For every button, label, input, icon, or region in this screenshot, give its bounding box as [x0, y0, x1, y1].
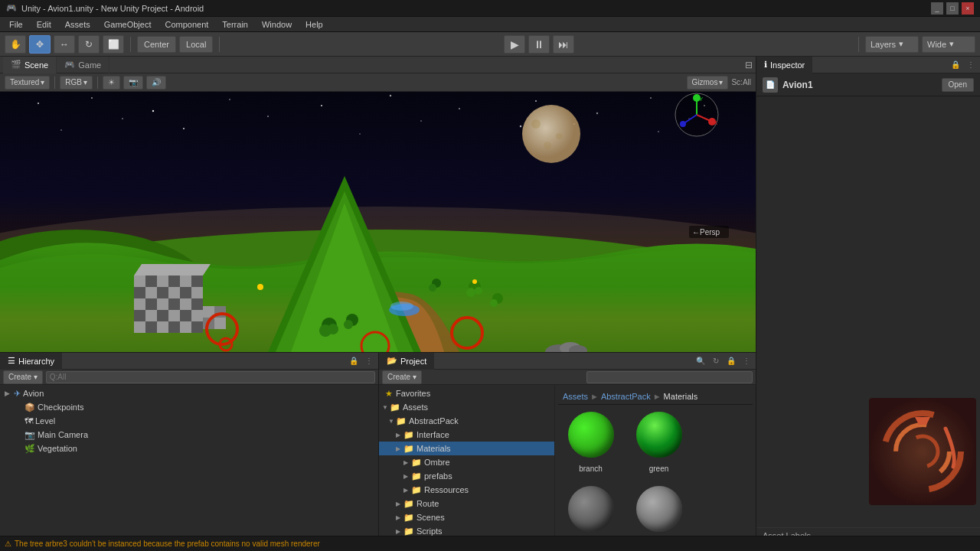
svg-point-17 — [60, 129, 62, 131]
tree-interface[interactable]: ▶ 📁 Interface — [379, 428, 554, 442]
asset-green[interactable]: green — [626, 405, 691, 476]
svg-point-90 — [472, 279, 477, 284]
inspector-open-button[interactable]: Open — [942, 78, 974, 92]
menu-file[interactable]: File — [3, 18, 29, 31]
svg-rect-51 — [191, 298, 203, 310]
tree-prefabs[interactable]: ▶ 📁 prefabs — [379, 469, 554, 483]
inspector-panel: ℹ Inspector 🔒 ⋮ 📄 Avion1 Open — [756, 57, 980, 551]
hierarchy-panel-icons: 🔒 ⋮ — [348, 355, 378, 367]
scene-svg: Y X ←Persp — [0, 92, 756, 352]
tree-route[interactable]: ▶ 📁 Route — [379, 497, 554, 510]
menu-assets[interactable]: Assets — [59, 18, 96, 31]
project-search-icon[interactable]: 🔍 — [694, 355, 707, 367]
svg-rect-45 — [191, 287, 203, 298]
layers-dropdown[interactable]: Layers ▾ — [865, 36, 919, 53]
maximize-button[interactable]: □ — [946, 2, 959, 15]
project-menu-icon[interactable]: ⋮ — [740, 355, 753, 367]
asset-branch[interactable]: branch — [558, 405, 623, 476]
svg-point-83 — [328, 324, 338, 334]
color-dropdown[interactable]: RGB — [60, 76, 93, 90]
inspector-object-header: 📄 Avion1 Open — [756, 73, 980, 96]
menu-gameobject[interactable]: GameObject — [98, 18, 158, 31]
star-icon: ★ — [385, 389, 393, 399]
pivot-center-button[interactable]: Center — [137, 36, 176, 53]
checkpoints-label: Checkpoints — [38, 403, 84, 412]
rotate-tool[interactable]: ↔ — [54, 35, 75, 54]
hand-tool[interactable]: ✋ — [5, 35, 26, 54]
hierarchy-item-avion[interactable]: ▶ ✈ Avion — [0, 386, 378, 400]
menu-window[interactable]: Window — [256, 18, 298, 31]
breadcrumb-abstractpack[interactable]: AbstractPack — [601, 392, 651, 401]
sun-button[interactable]: ☀ — [103, 76, 120, 90]
asset-grisb[interactable]: grisb — [626, 479, 691, 536]
step-button[interactable]: ⏭ — [553, 35, 574, 54]
tree-abstractpack[interactable]: ▼ 📁 AbstractPack — [379, 414, 554, 428]
layout-dropdown[interactable]: Wide ▾ — [922, 36, 975, 53]
pause-button[interactable]: ⏸ — [528, 35, 550, 54]
menu-component[interactable]: Component — [158, 18, 214, 31]
menu-terrain[interactable]: Terrain — [216, 18, 254, 31]
tab-inspector[interactable]: ℹ Inspector — [756, 57, 812, 73]
svg-point-2 — [91, 97, 93, 99]
toolbar-separator-s1 — [54, 77, 55, 89]
inspector-icon: ℹ — [764, 60, 767, 70]
scene-view[interactable]: Y X ←Persp — [0, 92, 756, 352]
breadcrumb-assets[interactable]: Assets — [563, 392, 588, 401]
favorites-header[interactable]: ★ Favorites — [379, 386, 554, 400]
hierarchy-item-main-camera[interactable]: 📷 Main Camera — [0, 428, 378, 442]
viewport-area[interactable]: Y X ←Persp — [0, 92, 756, 352]
tree-assets[interactable]: ▼ 📁 Assets — [379, 400, 554, 414]
svg-point-13 — [267, 116, 269, 117]
favorites-label: Favorites — [396, 389, 430, 398]
scene-minimize-icon[interactable]: ⊟ — [745, 60, 753, 70]
hierarchy-menu-icon[interactable]: ⋮ — [363, 355, 375, 367]
hierarchy-search-input[interactable] — [46, 371, 375, 383]
tree-scripts[interactable]: ▶ 📁 Scripts — [379, 524, 554, 536]
asset-gris[interactable]: gris — [558, 479, 623, 536]
menu-bar: File Edit Assets GameObject Component Te… — [0, 17, 980, 32]
tab-scene[interactable]: 🎬 Scene — [3, 57, 57, 73]
breadcrumb-sep-2: ► — [653, 392, 662, 401]
level-label: Level — [35, 416, 55, 425]
gizmos-label: Gizmos — [692, 78, 718, 86]
hierarchy-item-checkpoints[interactable]: 📦 Checkpoints — [0, 400, 378, 414]
game-tab-label: Game — [78, 60, 101, 70]
gizmos-dropdown[interactable]: Gizmos — [687, 76, 729, 90]
layers-label: Layers — [871, 40, 896, 49]
inspector-lock-icon[interactable]: 🔒 — [949, 59, 962, 71]
inspector-content: Asset Labels — [756, 96, 980, 551]
move-tool[interactable]: ✥ — [29, 35, 51, 54]
close-button[interactable]: × — [962, 2, 974, 15]
hierarchy-create-button[interactable]: Create ▾ — [3, 370, 43, 384]
hierarchy-item-level[interactable]: 🗺 Level — [0, 414, 378, 428]
camera-button[interactable]: 📷 — [123, 76, 143, 90]
svg-point-12 — [122, 118, 123, 119]
project-search-input[interactable] — [586, 371, 753, 383]
rect-tool[interactable]: ⬜ — [103, 35, 124, 54]
tree-ressources[interactable]: ▶ 📁 Ressources — [379, 483, 554, 497]
project-lock-icon[interactable]: 🔒 — [725, 355, 737, 367]
tree-scenes[interactable]: ▶ 📁 Scenes — [379, 510, 554, 524]
pivot-local-button[interactable]: Local — [179, 36, 213, 53]
hierarchy-lock-icon[interactable]: 🔒 — [348, 355, 360, 367]
shading-dropdown[interactable]: Textured — [5, 76, 50, 90]
project-refresh-icon[interactable]: ↻ — [710, 355, 722, 367]
scale-tool[interactable]: ↻ — [78, 35, 100, 54]
tab-hierarchy[interactable]: ☰ Hierarchy — [0, 353, 62, 370]
tab-game[interactable]: 🎮 Game — [57, 57, 109, 73]
shading-label: Textured — [10, 78, 39, 86]
breadcrumb-sep-1: ► — [590, 392, 599, 401]
audio-button[interactable]: 🔊 — [146, 76, 166, 90]
tree-ombre[interactable]: ▶ 📁 Ombre — [379, 455, 554, 469]
tree-materials[interactable]: ▶ 📁 Materials — [379, 442, 554, 455]
menu-edit[interactable]: Edit — [31, 18, 57, 31]
hierarchy-item-vegetation[interactable]: 🌿 Vegetation — [0, 442, 378, 455]
play-button[interactable]: ▶ — [504, 35, 525, 54]
tab-project[interactable]: 📂 Project — [379, 353, 434, 370]
scene-toolbar: Textured RGB ☀ 📷 🔊 Gizmos Sc:All — [0, 73, 756, 92]
scripts-expand-icon: ▶ — [396, 528, 403, 535]
inspector-menu-icon[interactable]: ⋮ — [965, 59, 977, 71]
menu-help[interactable]: Help — [299, 18, 329, 31]
project-create-button[interactable]: Create ▾ — [382, 370, 422, 384]
minimize-button[interactable]: _ — [931, 2, 943, 15]
